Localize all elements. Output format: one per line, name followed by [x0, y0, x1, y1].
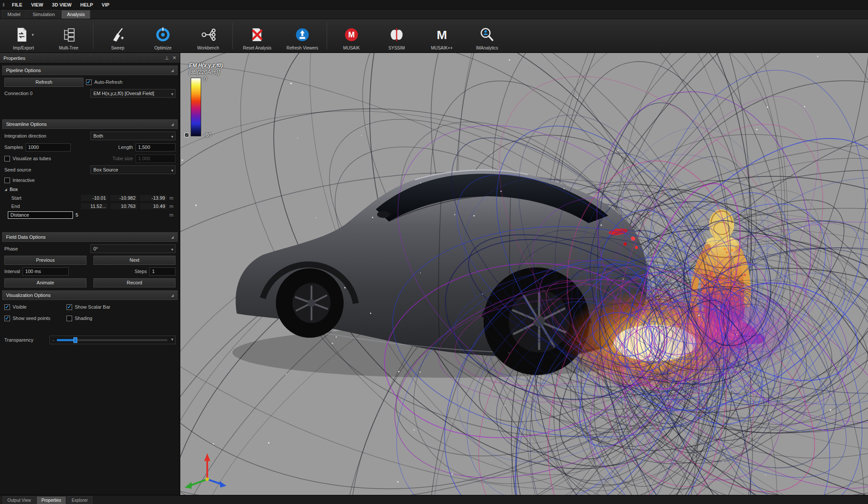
menu-view[interactable]: VIEW	[27, 1, 47, 8]
tab-model[interactable]: Model	[2, 10, 26, 19]
toolbar-label: SYSSIM	[388, 46, 405, 50]
integration-direction-select[interactable]: Both	[90, 132, 176, 140]
box-start-x[interactable]: -10.01	[81, 195, 108, 201]
toolbar-label: MUSAIK	[343, 46, 360, 50]
refresh-button[interactable]: Refresh	[4, 78, 83, 87]
section-pipeline-options[interactable]: Pipeline Options	[2, 66, 178, 75]
refresh-viewers-icon	[294, 26, 311, 43]
show-seed-points-checkbox[interactable]	[4, 316, 10, 321]
interval-input[interactable]: 100 ms	[23, 267, 69, 276]
properties-panel: Properties ⊥ ✕ Pipeline Options Refresh …	[0, 53, 180, 495]
toolbar-sweep[interactable]: Sweep	[95, 19, 140, 53]
record-button[interactable]: Record	[93, 278, 176, 287]
show-scalar-bar-checkbox[interactable]	[66, 304, 72, 310]
phase-label: Phase	[4, 246, 18, 251]
slider-track[interactable]	[57, 339, 167, 341]
samples-label: Samples	[4, 145, 23, 150]
toolbar-refresh-viewers[interactable]: Refresh Viewers	[280, 19, 325, 53]
toolbar-label: Multi-Tree	[59, 46, 79, 50]
auto-refresh-checkbox[interactable]	[86, 79, 92, 85]
tab-properties[interactable]: Properties	[36, 496, 66, 504]
musaik-icon: M	[343, 26, 360, 43]
distance-value[interactable]: 5	[76, 212, 78, 217]
phase-select[interactable]: 0°	[90, 244, 176, 253]
animate-button[interactable]: Animate	[4, 278, 86, 287]
box-start-y[interactable]: -10.982	[110, 195, 137, 201]
svg-text:M: M	[437, 28, 447, 42]
toolbar-label: MUSAIK++	[431, 46, 453, 50]
visible-checkbox[interactable]	[4, 304, 10, 310]
viewport-render[interactable]	[180, 53, 868, 495]
syssim-icon	[388, 26, 405, 43]
scalar-bar-legend: EM H(x,y,z,f0) [dB(220A/m)] 0 -60	[189, 63, 223, 136]
toolbar-reset-analysis[interactable]: Reset Analysis	[235, 19, 280, 53]
toolbar-imanalytics[interactable]: IMAnalytics	[464, 19, 510, 53]
box-end-x[interactable]: 11.52...	[81, 203, 108, 209]
tab-simulation[interactable]: Simulation	[27, 10, 60, 19]
viewport-3d[interactable]: EM H(x,y,z,f0) [dB(220A/m)] 0 -60	[180, 53, 868, 495]
previous-button[interactable]: Previous	[4, 256, 86, 265]
section-streamline-options[interactable]: Streamline Options	[2, 119, 178, 129]
menu-help[interactable]: HELP	[76, 1, 97, 8]
tab-explorer[interactable]: Explorer	[67, 496, 93, 504]
panel-title: Properties	[3, 56, 25, 61]
toolbar-workbench[interactable]: Workbench	[186, 19, 231, 53]
length-input[interactable]: 1,500	[136, 143, 176, 152]
transparency-label: Transparency	[4, 337, 33, 343]
panel-title-bar[interactable]: Properties ⊥ ✕	[0, 53, 180, 63]
section-label: Streamline Options	[6, 122, 47, 127]
box-start-z[interactable]: -13.99	[140, 195, 167, 201]
next-button[interactable]: Next	[93, 256, 176, 265]
interactive-label: Interactive	[13, 178, 35, 183]
toolbar-label: IMAnalytics	[476, 46, 498, 50]
section-field-data-options[interactable]: Field Data Options	[2, 232, 178, 242]
seed-source-select[interactable]: Box Source	[90, 165, 176, 174]
imp-export-dropdown-caret[interactable]: ▾	[32, 33, 34, 37]
connection-select[interactable]: EM H(x,y,z,f0) [Overall Field]	[90, 89, 176, 98]
transparency-slider[interactable]: -	[50, 336, 176, 344]
box-end-unit: m	[169, 204, 176, 209]
legend-checkbox[interactable]	[185, 133, 189, 137]
legend-unit: [dB(220A/m)]	[189, 69, 223, 75]
close-icon[interactable]: ✕	[172, 55, 176, 61]
visualize-tubes-checkbox[interactable]	[4, 156, 10, 161]
toolbar-optimize[interactable]: Optimize	[140, 19, 186, 53]
samples-input[interactable]: 1000	[26, 143, 71, 152]
optimize-icon	[154, 26, 172, 43]
menu-3d-view[interactable]: 3D VIEW	[48, 1, 76, 8]
seed-source-label: Seed source	[4, 167, 31, 172]
toolbar-imp-export[interactable]: ▾ Imp/Export	[1, 19, 46, 53]
menu-vip[interactable]: VIP	[98, 1, 113, 8]
window-grip-icon: ‖	[3, 2, 5, 7]
shading-checkbox[interactable]	[66, 316, 72, 321]
steps-input[interactable]: 1	[149, 267, 176, 276]
length-label: Length	[118, 145, 133, 150]
slider-handle[interactable]	[73, 337, 77, 343]
menu-file[interactable]: FILE	[8, 1, 27, 8]
legend-gradient-bar	[191, 78, 201, 136]
sweep-icon	[109, 26, 126, 43]
box-tree-item[interactable]: ◢ Box	[0, 185, 180, 194]
multi-tree-icon	[60, 26, 77, 43]
section-label: Pipeline Options	[6, 68, 41, 73]
toolbar-syssim[interactable]: SYSSIM	[374, 19, 419, 53]
distance-name-field[interactable]: Distance	[8, 211, 73, 219]
box-end-z[interactable]: 10.49	[140, 203, 167, 209]
toolbar-multi-tree[interactable]: Multi-Tree	[46, 19, 91, 53]
toolbar-musaik[interactable]: M MUSAIK	[329, 19, 374, 53]
toolbar-label: Refresh Viewers	[286, 46, 318, 50]
tab-analysis[interactable]: Analysis	[61, 10, 90, 19]
toolbar-musaik-pp[interactable]: M MUSAIK++	[419, 19, 464, 53]
box-end-y[interactable]: 10.763	[110, 203, 137, 209]
steps-label: Steps	[135, 269, 147, 274]
tab-output-view[interactable]: Output View	[3, 496, 36, 504]
pin-icon[interactable]: ⊥	[165, 55, 169, 61]
toolbar-separator	[93, 23, 93, 49]
visualize-tubes-label: Visualize as tubes	[13, 156, 51, 161]
section-visualization-options[interactable]: Visualization Options	[2, 290, 178, 300]
svg-text:M: M	[348, 30, 355, 39]
tube-size-label: Tube size	[113, 156, 133, 161]
distance-unit: m	[169, 212, 176, 217]
expand-icon[interactable]: ◢	[4, 188, 7, 191]
interactive-checkbox[interactable]	[4, 178, 10, 183]
